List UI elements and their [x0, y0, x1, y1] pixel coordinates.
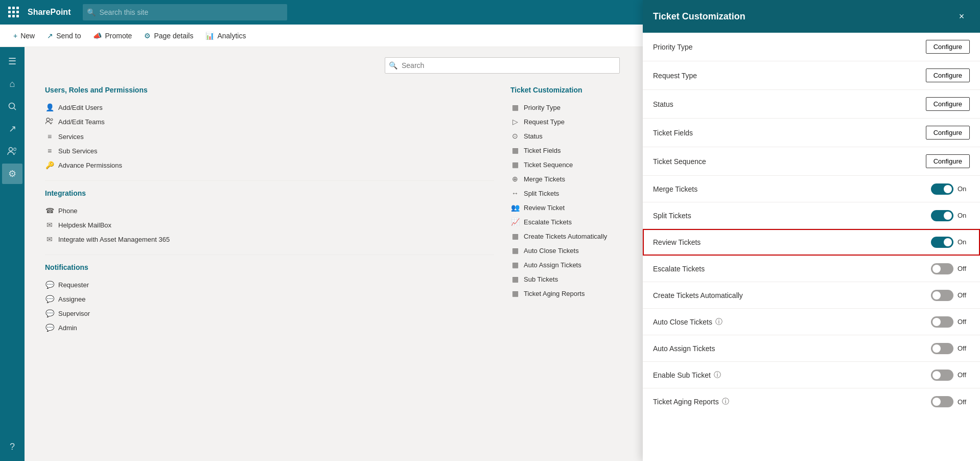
- section-title-users: Users, Roles and Permissions: [45, 86, 494, 94]
- toggle-track-auto-assign-tickets[interactable]: [931, 343, 953, 354]
- panel-row-request-type: Request TypeConfigure: [643, 61, 980, 90]
- toggle-merge-tickets[interactable]: [931, 183, 953, 195]
- panel-row-action-create-tickets-automatically: Off: [931, 290, 970, 301]
- ticket-customization-panel: Ticket Customization × Priority TypeConf…: [643, 0, 980, 461]
- menu-item-services[interactable]: ≡ Services: [45, 129, 494, 144]
- panel-row-ticket-sequence: Ticket SequenceConfigure: [643, 147, 980, 176]
- panel-title: Ticket Customization: [653, 11, 745, 22]
- analytics-icon: 📊: [205, 32, 214, 40]
- panel-header: Ticket Customization ×: [643, 0, 980, 33]
- left-sidebar: ☰ ⌂ ↗ ⚙ ?: [0, 47, 25, 461]
- panel-close-button[interactable]: ×: [953, 8, 970, 25]
- phone-label: Phone: [58, 207, 78, 215]
- toggle-track-ticket-aging-reports[interactable]: [931, 396, 953, 407]
- ticket-fields-icon: ▦: [510, 146, 520, 154]
- sidebar-icon-people[interactable]: [2, 141, 22, 162]
- configure-btn-request-type[interactable]: Configure: [926, 68, 970, 82]
- top-search-input[interactable]: [83, 4, 287, 20]
- menu-item-add-edit-teams[interactable]: Add/Edit Teams: [45, 114, 494, 129]
- toggle-auto-assign-tickets[interactable]: [931, 343, 953, 354]
- sidebar-icon-settings[interactable]: ⚙: [2, 164, 22, 184]
- menu-item-requester[interactable]: 💬 Requester: [45, 278, 494, 292]
- content-search-wrapper: 🔍: [385, 57, 620, 74]
- toggle-track-auto-close-tickets[interactable]: [931, 316, 953, 328]
- request-type-label: Request Type: [524, 118, 565, 126]
- menu-item-assignee[interactable]: 💬 Assignee: [45, 292, 494, 306]
- panel-row-label-enable-sub-ticket: Enable Sub Ticketⓘ: [653, 371, 721, 380]
- panel-row-label-request-type: Request Type: [653, 72, 697, 80]
- toggle-review-tickets[interactable]: [931, 237, 953, 248]
- toggle-track-enable-sub-ticket[interactable]: [931, 370, 953, 381]
- sidebar-icon-search[interactable]: [2, 96, 22, 117]
- configure-btn-ticket-sequence[interactable]: Configure: [926, 154, 970, 168]
- supervisor-icon: 💬: [45, 309, 54, 317]
- menu-item-sub-services[interactable]: ≡ Sub Services: [45, 144, 494, 158]
- ticket-aging-reports-label: Ticket Aging Reports: [524, 290, 585, 297]
- configure-btn-status[interactable]: Configure: [926, 97, 970, 111]
- top-search-wrapper: 🔍: [83, 4, 287, 20]
- svg-point-3: [14, 148, 16, 151]
- requester-label: Requester: [58, 281, 89, 289]
- panel-row-action-ticket-aging-reports: Off: [931, 396, 970, 407]
- panel-row-create-tickets-automatically: Create Tickets AutomaticallyOff: [643, 282, 980, 309]
- menu-item-helpdesk-mailbox[interactable]: ✉ Helpdesk MailBox: [45, 218, 494, 232]
- info-icon-ticket-aging-reports[interactable]: ⓘ: [722, 397, 729, 406]
- menu-item-phone[interactable]: ☎ Phone: [45, 203, 494, 218]
- configure-btn-priority-type[interactable]: Configure: [926, 40, 970, 54]
- toggle-track-create-tickets-automatically[interactable]: [931, 290, 953, 301]
- panel-row-action-request-type: Configure: [926, 68, 970, 82]
- sidebar-icon-analytics[interactable]: ↗: [2, 119, 22, 139]
- panel-row-ticket-aging-reports: Ticket Aging ReportsⓘOff: [643, 388, 980, 415]
- info-icon-enable-sub-ticket[interactable]: ⓘ: [714, 371, 721, 380]
- toggle-track-escalate-tickets[interactable]: [931, 263, 953, 274]
- sidebar-icon-help[interactable]: ?: [2, 436, 22, 457]
- promote-button[interactable]: 📣 Promote: [88, 29, 137, 43]
- toggle-wrapper-auto-assign-tickets: Off: [931, 343, 970, 354]
- toggle-escalate-tickets[interactable]: [931, 263, 953, 274]
- panel-row-action-status: Configure: [926, 97, 970, 111]
- phone-icon: ☎: [45, 206, 54, 215]
- toggle-enable-sub-ticket[interactable]: [931, 370, 953, 381]
- panel-row-label-status: Status: [653, 100, 673, 108]
- toggle-thumb-escalate-tickets: [932, 265, 941, 273]
- menu-item-add-edit-users[interactable]: 👤 Add/Edit Users: [45, 100, 494, 114]
- toggle-track-split-tickets[interactable]: [931, 210, 953, 221]
- escalate-tickets-icon: 📈: [510, 218, 520, 226]
- add-edit-teams-icon: [45, 118, 54, 126]
- toggle-track-merge-tickets[interactable]: [931, 183, 953, 195]
- auto-assign-tickets-icon: ▦: [510, 261, 520, 269]
- sendto-button[interactable]: ↗ Send to: [42, 29, 86, 43]
- toggle-label-enable-sub-ticket: Off: [958, 371, 970, 379]
- toggle-ticket-aging-reports[interactable]: [931, 396, 953, 407]
- toggle-label-auto-close-tickets: Off: [958, 318, 970, 326]
- new-button[interactable]: + New: [8, 29, 40, 43]
- toggle-create-tickets-automatically[interactable]: [931, 290, 953, 301]
- menu-item-admin[interactable]: 💬 Admin: [45, 320, 494, 335]
- pagedetails-button[interactable]: ⚙ Page details: [139, 29, 198, 43]
- status-label: Status: [524, 132, 543, 140]
- sidebar-icon-home[interactable]: ⌂: [2, 74, 22, 94]
- toggle-track-review-tickets[interactable]: [931, 237, 953, 248]
- toggle-auto-close-tickets[interactable]: [931, 316, 953, 328]
- analytics-button[interactable]: 📊 Analytics: [200, 29, 251, 43]
- toggle-split-tickets[interactable]: [931, 210, 953, 221]
- ticket-sequence-icon: ▦: [510, 160, 520, 169]
- toggle-thumb-enable-sub-ticket: [932, 371, 941, 379]
- content-search-input[interactable]: [385, 57, 620, 74]
- menu-item-advance-permissions[interactable]: 🔑 Advance Permissions: [45, 158, 494, 172]
- panel-row-label-priority-type: Priority Type: [653, 43, 693, 51]
- sub-tickets-icon: ▦: [510, 275, 520, 283]
- info-icon-auto-close-tickets[interactable]: ⓘ: [715, 317, 722, 327]
- new-icon: +: [13, 32, 17, 40]
- panel-row-label-ticket-fields: Ticket Fields: [653, 129, 693, 137]
- menu-item-integrate-asset[interactable]: ✉ Integrate with Asset Management 365: [45, 232, 494, 246]
- configure-btn-ticket-fields[interactable]: Configure: [926, 126, 970, 140]
- sidebar-icon-menu[interactable]: ☰: [2, 51, 22, 72]
- panel-row-label-escalate-tickets: Escalate Tickets: [653, 265, 705, 273]
- toggle-thumb-merge-tickets: [944, 185, 952, 193]
- toggle-label-merge-tickets: On: [958, 185, 970, 193]
- pagedetails-label: Page details: [154, 32, 193, 40]
- app-launcher-icon[interactable]: [8, 7, 19, 18]
- menu-item-supervisor[interactable]: 💬 Supervisor: [45, 306, 494, 320]
- auto-close-tickets-label: Auto Close Tickets: [524, 247, 579, 255]
